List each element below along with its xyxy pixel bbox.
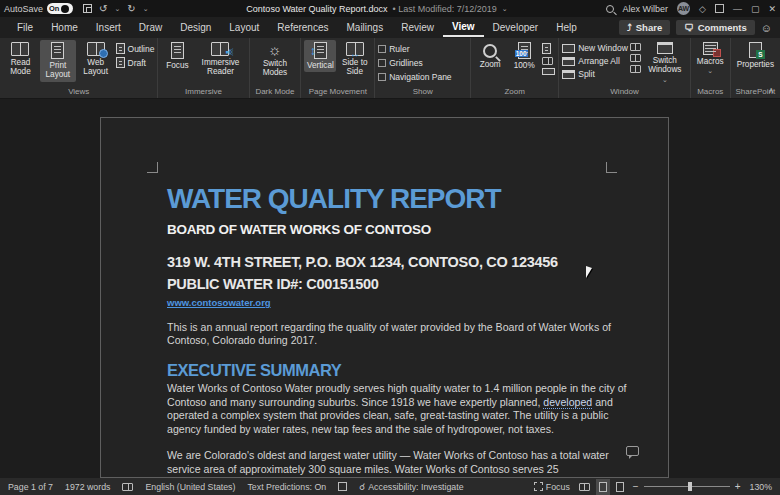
- multiple-pages-icon[interactable]: [542, 57, 553, 65]
- one-page-icon[interactable]: [542, 43, 551, 54]
- mouse-cursor: [586, 266, 592, 278]
- navigation-pane-checkbox[interactable]: Navigation Pane: [378, 72, 451, 82]
- search-icon[interactable]: [606, 5, 614, 13]
- undo-icon[interactable]: ↺: [99, 4, 107, 14]
- switch-windows-button[interactable]: Switch Windows ⌄: [643, 40, 687, 86]
- split-button[interactable]: Split: [562, 69, 628, 79]
- outline-icon: [116, 43, 125, 54]
- macros-button[interactable]: Macros⌄: [694, 40, 727, 78]
- outline-button[interactable]: Outline: [116, 43, 155, 54]
- zoom-out-button[interactable]: −: [633, 481, 639, 492]
- print-layout-button[interactable]: Print Layout: [40, 40, 76, 82]
- tab-insert[interactable]: Insert: [87, 19, 130, 36]
- maximize-button[interactable]: ▢: [751, 4, 760, 14]
- switch-modes-button[interactable]: ☼ Switch Modes: [253, 40, 298, 80]
- synchronous-scrolling-icon[interactable]: [630, 54, 641, 62]
- close-button[interactable]: ✕: [768, 4, 776, 14]
- page-indicator[interactable]: Page 1 of 7: [8, 482, 53, 492]
- tab-references[interactable]: References: [268, 19, 337, 36]
- tab-layout[interactable]: Layout: [220, 19, 268, 36]
- zoom-100-button[interactable]: 100 100%: [508, 40, 540, 72]
- zoom-button[interactable]: Zoom: [474, 40, 506, 71]
- properties-button[interactable]: S Properties: [734, 40, 777, 71]
- tab-file[interactable]: File: [8, 19, 42, 36]
- group-show: Ruler Gridlines Navigation Pane Show: [375, 38, 471, 98]
- website-link[interactable]: www.contosowater.org: [167, 297, 271, 308]
- arrange-all-button[interactable]: Arrange All: [562, 56, 628, 66]
- redo-icon[interactable]: ↻: [127, 4, 135, 14]
- tab-home[interactable]: Home: [42, 19, 87, 36]
- document-canvas[interactable]: WATER QUALITY REPORT BOARD OF WATER WORK…: [0, 99, 780, 478]
- user-name[interactable]: Alex Wilber: [623, 4, 669, 14]
- reset-window-position-icon[interactable]: [630, 65, 641, 73]
- tab-draw[interactable]: Draw: [130, 19, 171, 36]
- developed-link[interactable]: developed: [543, 396, 592, 409]
- ruler-checkbox-icon: [378, 45, 386, 53]
- zoom-percentage[interactable]: 130%: [750, 482, 773, 492]
- tab-help[interactable]: Help: [547, 19, 586, 36]
- language-indicator[interactable]: English (United States): [145, 482, 235, 492]
- undo-dropdown-icon[interactable]: ⌄: [114, 5, 120, 13]
- comment-bubble-icon[interactable]: [626, 446, 639, 456]
- text-predictions[interactable]: Text Predictions: On: [247, 482, 326, 492]
- qat-customize-icon[interactable]: ⌄: [143, 5, 149, 13]
- title-bar: AutoSave On ↺ ⌄ ↻ ⌄ Contoso Water Qualit…: [0, 0, 780, 17]
- text-predictions-icon[interactable]: [338, 482, 347, 491]
- split-icon: [562, 70, 575, 79]
- collapse-ribbon-icon[interactable]: ∧: [768, 86, 774, 95]
- tab-developer[interactable]: Developer: [484, 19, 548, 36]
- zoom-in-button[interactable]: +: [735, 481, 741, 492]
- immersive-reader-button[interactable]: 🕬 Immersive Reader: [195, 40, 245, 79]
- word-count[interactable]: 1972 words: [65, 482, 110, 492]
- focus-toggle[interactable]: Focus: [534, 482, 570, 492]
- autosave-toggle[interactable]: AutoSave On: [4, 3, 73, 14]
- margin-cropmark-left: [147, 162, 158, 173]
- ruler-checkbox[interactable]: Ruler: [378, 44, 451, 54]
- zoom-control: − +: [633, 481, 741, 492]
- gem-icon[interactable]: ◇: [699, 4, 706, 14]
- zoom-slider[interactable]: [644, 486, 730, 487]
- accessibility-status[interactable]: ☌ Accessibility: Investigate: [359, 482, 463, 492]
- tab-view[interactable]: View: [443, 18, 484, 37]
- title-dropdown-icon[interactable]: ⌄: [502, 5, 508, 13]
- proofing-icon[interactable]: [122, 483, 133, 491]
- save-icon[interactable]: [83, 4, 92, 13]
- margin-cropmark-right: [606, 162, 617, 173]
- read-mode-view-icon[interactable]: [579, 483, 590, 491]
- quick-access-toolbar: ↺ ⌄ ↻ ⌄: [83, 4, 149, 14]
- comments-button[interactable]: 🗨 Comments: [676, 20, 755, 35]
- gridlines-checkbox-icon: [378, 59, 386, 67]
- web-layout-view-icon[interactable]: [616, 482, 624, 492]
- tab-design[interactable]: Design: [171, 19, 220, 36]
- gridlines-checkbox[interactable]: Gridlines: [378, 58, 451, 68]
- document-page[interactable]: WATER QUALITY REPORT BOARD OF WATER WORK…: [100, 117, 669, 478]
- vertical-button[interactable]: Vertical: [304, 40, 336, 72]
- page-width-icon[interactable]: [542, 68, 555, 75]
- avatar[interactable]: AW: [677, 2, 690, 15]
- minimize-button[interactable]: —: [733, 4, 742, 14]
- last-modified[interactable]: • Last Modified: 7/12/2019: [393, 4, 497, 14]
- share-button[interactable]: ⤴ Share: [619, 20, 670, 35]
- new-window-button[interactable]: New Window: [562, 43, 628, 53]
- web-layout-button[interactable]: Web Layout: [78, 40, 114, 79]
- executive-summary-heading: EXECUTIVE SUMMARY: [167, 361, 639, 380]
- group-zoom: Zoom 100 100% Zoom: [471, 38, 559, 98]
- view-side-by-side-icon[interactable]: [630, 43, 641, 51]
- new-window-icon: [562, 44, 575, 53]
- draft-button[interactable]: Draft: [116, 57, 155, 68]
- tab-review[interactable]: Review: [392, 19, 443, 36]
- feedback-smiley-icon[interactable]: ☺: [761, 22, 772, 34]
- zoom-slider-thumb[interactable]: [688, 482, 692, 491]
- document-title[interactable]: Contoso Water Quality Report.docx: [246, 4, 387, 14]
- side-to-side-button[interactable]: Side to Side: [338, 40, 371, 79]
- print-layout-view-icon[interactable]: [599, 482, 607, 492]
- autosave-switch[interactable]: On: [47, 3, 73, 14]
- tab-mailings[interactable]: Mailings: [337, 19, 392, 36]
- ribbon-options-icon[interactable]: [715, 4, 724, 13]
- ribbon: Read Mode Print Layout Web Layout Outlin…: [0, 38, 780, 99]
- focus-button[interactable]: Focus: [161, 40, 193, 72]
- read-mode-button[interactable]: Read Mode: [3, 40, 38, 79]
- ribbon-tabs: File Home Insert Draw Design Layout Refe…: [0, 17, 780, 38]
- zoom-100-icon: 100: [518, 42, 531, 59]
- comment-icon: 🗨: [684, 22, 694, 33]
